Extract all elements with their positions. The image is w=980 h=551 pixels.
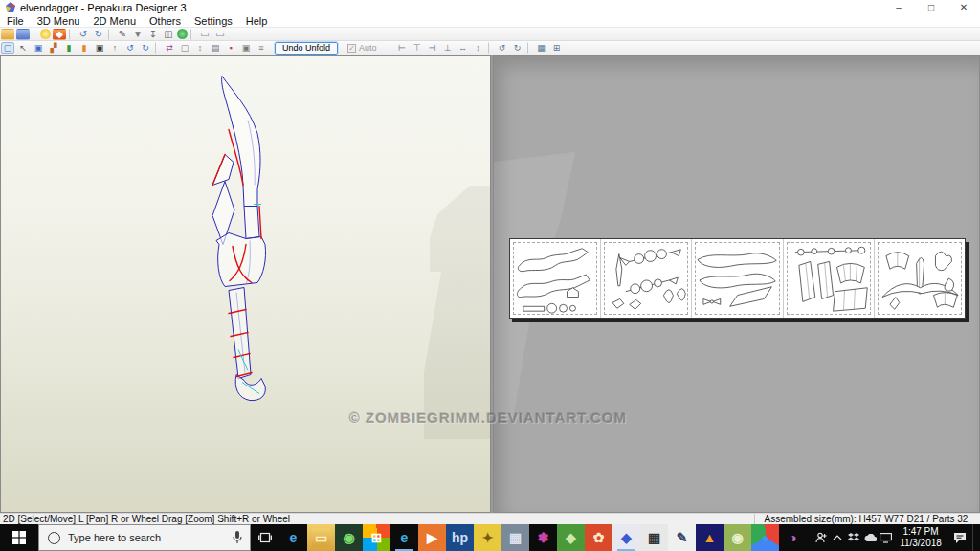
textured-view-icon[interactable]: ◆ [53,29,66,40]
menu-item[interactable]: Help [239,15,275,28]
align-right-icon[interactable]: ⊣ [426,42,439,54]
rotate-part-ccw-icon[interactable]: ↺ [496,42,509,54]
taskbar-app-pepakura-designer[interactable]: ◆ [612,524,640,551]
pattern-page-1[interactable] [510,239,601,318]
flip-part-icon[interactable]: ⇄ [163,42,176,54]
align-left-icon[interactable]: ⊢ [395,42,409,54]
sheet-settings-icon[interactable]: ▤ [209,42,222,54]
redo-icon[interactable]: ↻ [92,29,105,40]
menu-item[interactable]: File [0,15,31,28]
rotate-view-ccw-icon[interactable]: ↺ [123,42,137,54]
pen-tool-icon[interactable]: ✎ [116,29,129,40]
search-box[interactable]: Type here to search [38,524,251,551]
box-tool-icon[interactable]: ◫ [162,29,175,40]
menu-item[interactable]: Settings [188,15,239,28]
undo-unfold-button[interactable]: Undo Unfold [275,42,338,55]
anchor-tool-icon[interactable]: ↧ [146,29,160,40]
2d-pattern-pane[interactable] [493,55,980,513]
print-layout-icon[interactable]: ≡ [255,42,268,54]
close-button[interactable]: ✕ [947,0,980,15]
rotate-view-cw-icon[interactable]: ↻ [139,42,152,54]
arrange-parts-icon[interactable]: ▦ [535,42,548,54]
start-button[interactable] [0,524,38,551]
taskbar-app-green-utility[interactable]: ◉ [335,524,363,551]
rotate-part-cw-icon[interactable]: ↻ [511,42,524,54]
onedrive-cloud-icon[interactable] [861,524,878,551]
unfold-steps-icon[interactable]: ▞ [47,42,60,54]
distribute-vertical-icon[interactable]: ↕ [472,42,485,54]
action-center-button[interactable] [947,524,972,551]
clock[interactable]: 1:47 PM 11/3/2018 [894,524,947,551]
menu-item[interactable]: 3D Menu [31,15,87,28]
system-tray [813,524,894,551]
pointer-tool-icon[interactable]: ↖ [16,42,30,54]
taskbar-app-media-player-orange[interactable]: ▶ [418,524,446,551]
taskbar-app-green-map[interactable]: ◆ [557,524,585,551]
edge-color-orange-icon[interactable]: ▮ [78,42,91,54]
auto-checkbox[interactable]: ✓ [347,44,356,53]
open-file-icon[interactable] [1,29,14,40]
taskbar-app-hp-tool[interactable]: hp [446,524,474,551]
save-icon[interactable] [16,29,30,40]
dropbox-icon[interactable] [845,524,861,551]
dark-view-icon[interactable]: ▣ [93,42,106,54]
align-bottom-icon[interactable]: ⊥ [441,42,455,54]
separator[interactable] [69,29,74,40]
taskbar-app-paint3d[interactable]: ◑ [779,524,807,551]
microphone-icon[interactable] [233,531,242,544]
taskbar-app-chrome[interactable]: ● [751,524,779,551]
pattern-page-4[interactable] [784,239,875,318]
distribute-horizontal-icon[interactable]: ↔ [457,42,470,54]
taskbar-app-calculator[interactable]: ▦ [640,524,668,551]
layout-3d-window-icon[interactable]: ▭ [198,29,212,40]
taskbar-app-blue-dome[interactable]: ▲ [696,524,724,551]
taskbar-app-microsoft-store[interactable]: ⊞ [363,524,390,551]
taskbar-app-openoffice[interactable]: ◉ [724,524,751,551]
maximize-button[interactable]: □ [915,0,947,15]
light-bulb-icon[interactable] [40,29,51,39]
undo-icon[interactable]: ↺ [77,29,90,40]
pattern-page-5[interactable] [875,239,965,318]
save-pattern-icon[interactable]: ▪ [224,42,237,54]
separator[interactable] [190,29,195,40]
display-settings-icon[interactable]: ▣ [32,42,45,54]
separator[interactable] [155,42,160,54]
taskbar-app-share-molecule[interactable]: ✽ [529,524,557,551]
menu-item[interactable]: 2D Menu [86,15,143,28]
show-desktop-button[interactable] [972,524,977,551]
taskbar-app-notepad[interactable]: ✎ [668,524,696,551]
pattern-page-3[interactable] [692,239,783,318]
people-icon[interactable] [813,524,829,551]
separator[interactable] [108,29,113,40]
taskbar-app-file-explorer[interactable]: ▭ [307,524,335,551]
3d-view-pane[interactable] [0,55,491,513]
taskbar-app-edge[interactable]: e [279,524,307,551]
auto-label: Auto [359,43,377,53]
reset-layout-icon[interactable]: ⊞ [550,42,564,54]
stamp-tool-icon[interactable]: ▼ [131,29,145,40]
dagger-3d-model[interactable] [200,60,296,409]
marquee-select-icon[interactable]: ▢ [178,42,191,54]
scale-parts-icon[interactable]: ↕ [193,42,207,54]
taskbar-app-media-player-classic[interactable]: ▦ [501,524,529,551]
edge-color-green-icon[interactable]: ▮ [62,42,76,54]
preview-sheet-icon[interactable]: ▣ [239,42,253,54]
layout-2d-window-icon[interactable]: ▭ [213,29,227,40]
align-top-icon[interactable]: ⊤ [411,42,424,54]
separator[interactable] [33,29,37,40]
chevron-up-icon[interactable] [829,524,845,551]
minimize-button[interactable]: – [882,0,915,15]
pick-part-icon[interactable]: ↑ [108,42,122,54]
pattern-page-strip[interactable] [509,238,966,319]
taskbar-app-photo-viewer[interactable]: ✦ [474,524,501,551]
task-view-button[interactable] [251,524,279,551]
network-display-icon[interactable] [878,524,894,551]
select-move-tool-icon[interactable]: ▢ [1,42,14,54]
separator[interactable] [527,42,532,54]
pattern-page-2[interactable] [601,239,692,318]
menu-item[interactable]: Others [143,15,188,28]
taskbar-app-red-flower[interactable]: ✿ [585,524,612,551]
taskbar-app-internet-explorer[interactable]: e [390,524,418,551]
globe-icon[interactable] [177,29,188,39]
separator[interactable] [488,42,493,54]
